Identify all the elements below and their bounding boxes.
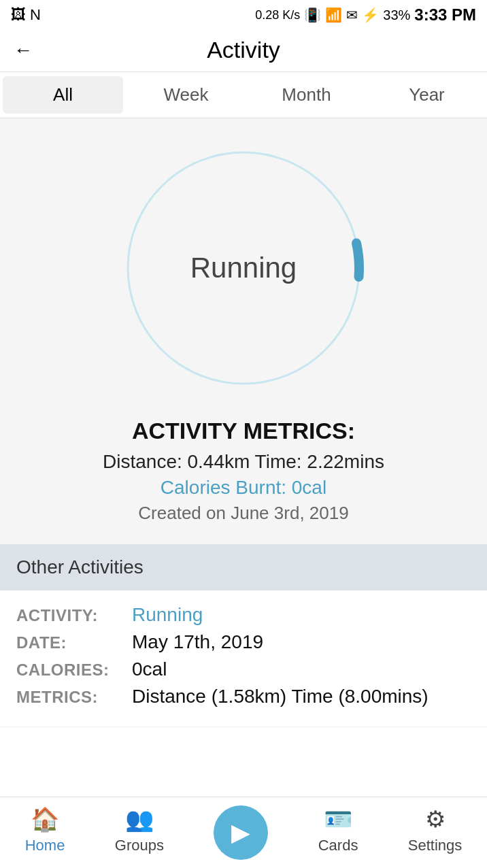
tab-all[interactable]: All	[3, 76, 123, 114]
nav-groups-label: Groups	[115, 837, 164, 854]
status-right: 0.28 K/s 📳 📶 ✉ ⚡ 33% 3:33 PM	[255, 5, 476, 24]
home-icon: 🏠	[31, 805, 59, 833]
activity-calories-value: 0cal	[132, 658, 167, 680]
status-time: 3:33 PM	[414, 5, 476, 24]
status-left: 🖼 N	[11, 6, 41, 24]
nav-home-label: Home	[25, 837, 65, 854]
settings-icon: ⚙	[425, 805, 446, 833]
metrics-calories: Calories Burnt: 0cal	[14, 477, 473, 499]
metrics-created: Created on June 3rd, 2019	[14, 503, 473, 524]
status-battery: 33%	[383, 7, 410, 23]
nav-cards-label: Cards	[318, 837, 358, 854]
status-n-label: N	[30, 6, 41, 24]
status-image-icon: 🖼	[11, 6, 26, 24]
activity-row-type: ACTIVITY: Running	[16, 604, 471, 626]
status-bar: 🖼 N 0.28 K/s 📳 📶 ✉ ⚡ 33% 3:33 PM	[0, 0, 487, 29]
page-title: Activity	[207, 37, 280, 63]
tab-week[interactable]: Week	[126, 72, 246, 118]
nav-groups[interactable]: 👥 Groups	[115, 805, 164, 854]
metrics-title: ACTIVITY METRICS:	[14, 418, 473, 444]
metrics-distance-time: Distance: 0.44km Time: 2.22mins	[14, 451, 473, 473]
other-activities-header: Other Activities	[0, 544, 487, 590]
activity-metrics-label: METRICS:	[16, 688, 132, 707]
bottom-nav: 🏠 Home 👥 Groups ▶ 🪪 Cards ⚙ Settings	[0, 797, 487, 868]
tab-year[interactable]: Year	[367, 72, 487, 118]
activity-date-value: May 17th, 2019	[132, 631, 263, 653]
nav-play-button[interactable]: ▶	[214, 805, 268, 860]
nav-home[interactable]: 🏠 Home	[25, 805, 65, 854]
activity-circle: Running	[114, 139, 373, 397]
nav-settings[interactable]: ⚙ Settings	[408, 805, 463, 854]
tab-month[interactable]: Month	[246, 72, 367, 118]
activity-metrics-value: Distance (1.58km) Time (8.00mins)	[132, 686, 429, 707]
back-button[interactable]: ←	[14, 39, 33, 61]
header: ← Activity	[0, 29, 487, 72]
circle-activity-label: Running	[190, 252, 297, 284]
activity-row-metrics: METRICS: Distance (1.58km) Time (8.00min…	[16, 686, 471, 707]
groups-icon: 👥	[125, 805, 154, 833]
activity-circle-section: Running	[0, 118, 487, 411]
tabs-bar: All Week Month Year	[0, 72, 487, 118]
nav-cards[interactable]: 🪪 Cards	[318, 805, 358, 854]
metrics-section: ACTIVITY METRICS: Distance: 0.44km Time:…	[0, 411, 487, 544]
status-sim-icon: ✉	[346, 7, 358, 23]
play-icon: ▶	[231, 818, 250, 847]
activity-row-date: DATE: May 17th, 2019	[16, 631, 471, 653]
activity-date-label: DATE:	[16, 633, 132, 652]
activity-type-label: ACTIVITY:	[16, 606, 132, 625]
status-bolt-icon: ⚡	[362, 7, 379, 23]
status-speed: 0.28 K/s	[255, 8, 300, 22]
nav-settings-label: Settings	[408, 837, 463, 854]
activity-calories-label: CALORIES:	[16, 661, 132, 680]
status-wifi-icon: 📶	[325, 7, 342, 23]
list-item: ACTIVITY: Running DATE: May 17th, 2019 C…	[0, 590, 487, 727]
status-vibrate-icon: 📳	[304, 7, 321, 23]
activity-list: ACTIVITY: Running DATE: May 17th, 2019 C…	[0, 590, 487, 727]
activity-type-value: Running	[132, 604, 203, 626]
activity-row-calories: CALORIES: 0cal	[16, 658, 471, 680]
cards-icon: 🪪	[324, 805, 352, 833]
